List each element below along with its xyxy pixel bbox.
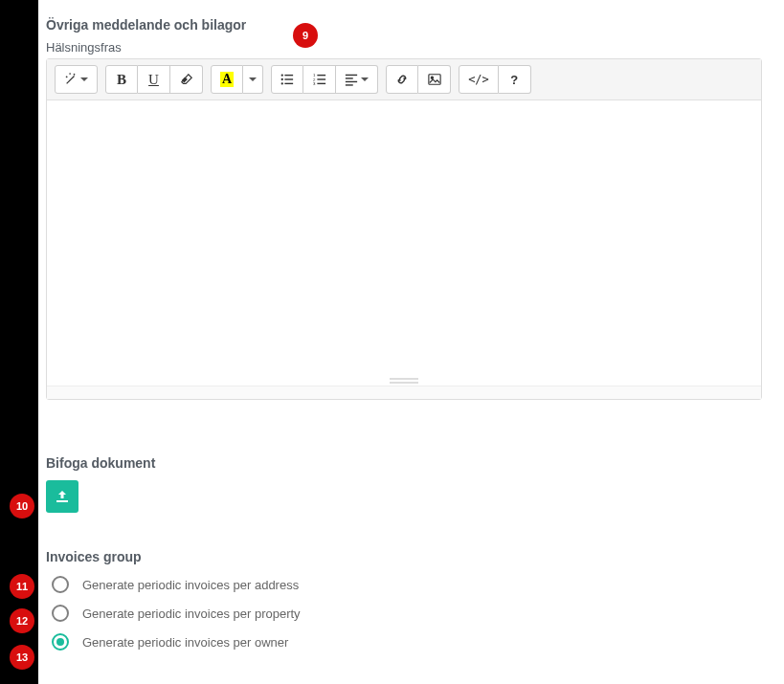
help-icon: ? bbox=[510, 73, 518, 87]
svg-line-0 bbox=[67, 77, 75, 84]
messages-heading: Övriga meddelande och bilagor bbox=[46, 17, 784, 33]
svg-rect-17 bbox=[429, 75, 440, 85]
underline-icon: U bbox=[148, 72, 159, 88]
font-color-dropdown[interactable] bbox=[243, 65, 263, 94]
svg-point-5 bbox=[281, 82, 283, 84]
svg-rect-15 bbox=[346, 81, 357, 82]
invoice-option-property[interactable]: Generate periodic invoices per property bbox=[46, 605, 784, 622]
image-icon bbox=[428, 73, 441, 86]
invoices-heading: Invoices group bbox=[46, 549, 784, 564]
upload-button[interactable] bbox=[46, 480, 78, 513]
magic-wand-icon bbox=[64, 73, 78, 86]
svg-point-3 bbox=[281, 78, 283, 80]
greeting-label: Hälsningsfras bbox=[46, 40, 784, 55]
magic-wand-button[interactable] bbox=[55, 65, 98, 94]
svg-rect-14 bbox=[346, 77, 353, 78]
link-button[interactable] bbox=[386, 65, 418, 94]
invoice-option-owner[interactable]: Generate periodic invoices per owner bbox=[46, 633, 784, 651]
radio-checked-icon[interactable] bbox=[52, 633, 69, 651]
rich-text-editor: B U A bbox=[46, 58, 762, 400]
bold-icon: B bbox=[117, 72, 126, 88]
svg-rect-6 bbox=[285, 83, 294, 84]
caret-down-icon bbox=[361, 77, 369, 81]
font-color-icon: A bbox=[220, 72, 234, 87]
radio-unchecked-icon[interactable] bbox=[52, 576, 69, 593]
annotation-badge-12: 12 bbox=[10, 608, 34, 633]
svg-point-1 bbox=[281, 74, 283, 76]
radio-label: Generate periodic invoices per address bbox=[82, 578, 299, 592]
annotation-badge-13: 13 bbox=[10, 645, 34, 670]
underline-button[interactable]: U bbox=[138, 65, 170, 94]
svg-rect-19 bbox=[56, 500, 68, 502]
code-view-button[interactable]: </> bbox=[459, 65, 499, 94]
bold-button[interactable]: B bbox=[105, 65, 138, 94]
editor-footer bbox=[47, 386, 761, 399]
unordered-list-icon bbox=[280, 73, 294, 86]
ordered-list-icon: 1 2 3 bbox=[313, 73, 326, 86]
image-button[interactable] bbox=[418, 65, 451, 94]
font-color-button[interactable]: A bbox=[211, 65, 243, 94]
caret-down-icon bbox=[249, 77, 257, 81]
svg-point-18 bbox=[431, 77, 433, 78]
editor-content-area[interactable] bbox=[47, 100, 761, 376]
link-icon bbox=[395, 73, 409, 86]
svg-rect-8 bbox=[317, 75, 325, 76]
radio-label: Generate periodic invoices per owner bbox=[82, 635, 288, 650]
ordered-list-button[interactable]: 1 2 3 bbox=[303, 65, 336, 94]
radio-unchecked-icon[interactable] bbox=[52, 605, 69, 622]
svg-rect-4 bbox=[285, 78, 294, 79]
invoice-option-address[interactable]: Generate periodic invoices per address bbox=[46, 576, 784, 593]
help-button[interactable]: ? bbox=[499, 65, 531, 94]
editor-toolbar: B U A bbox=[47, 59, 761, 100]
code-icon: </> bbox=[468, 73, 489, 86]
attach-heading: Bifoga dokument bbox=[46, 455, 784, 471]
annotation-badge-11: 11 bbox=[10, 574, 34, 599]
caret-down-icon bbox=[80, 77, 88, 81]
annotation-badge-9: 9 bbox=[293, 23, 318, 48]
unordered-list-button[interactable] bbox=[271, 65, 303, 94]
svg-rect-12 bbox=[317, 83, 325, 84]
eraser-icon bbox=[180, 73, 193, 86]
radio-label: Generate periodic invoices per property bbox=[82, 607, 301, 621]
paragraph-align-button[interactable] bbox=[336, 65, 378, 94]
svg-text:3: 3 bbox=[313, 81, 316, 86]
svg-rect-13 bbox=[346, 75, 357, 76]
align-icon bbox=[345, 73, 358, 86]
svg-rect-10 bbox=[317, 78, 325, 79]
upload-icon bbox=[55, 489, 70, 504]
editor-resize-handle[interactable] bbox=[47, 376, 761, 386]
svg-rect-16 bbox=[346, 84, 353, 85]
annotation-badge-10: 10 bbox=[10, 494, 34, 519]
svg-rect-2 bbox=[285, 75, 294, 76]
eraser-button[interactable] bbox=[170, 65, 203, 94]
